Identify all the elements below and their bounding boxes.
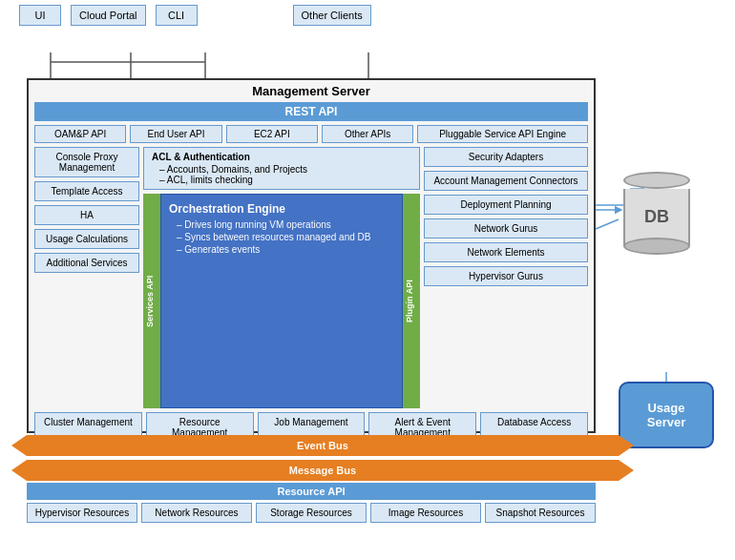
db-cylinder: DB <box>623 172 690 255</box>
db-container: DB <box>619 172 695 255</box>
ec2-api: EC2 API <box>226 125 318 143</box>
orch-bullet-3: – Generates events <box>169 244 394 255</box>
middle-section: ACL & Authentication – Accounts, Domains… <box>143 147 420 408</box>
message-bus-arrow: Message Bus <box>27 460 619 481</box>
event-bus-arrow: Event Bus <box>27 435 619 456</box>
network-resources-box: Network Resources <box>141 503 252 523</box>
acl-bullet-2: – ACL, limits checking <box>152 175 411 185</box>
pluggable-api: Pluggable Service API Engine <box>417 125 588 143</box>
orch-bullet-1: – Drives long running VM operations <box>169 219 394 230</box>
orch-bullet-2: – Syncs between resources managed and DB <box>169 232 394 242</box>
orchestration-area: Services API Orchestration Engine – Driv… <box>143 194 420 408</box>
orchestration-title: Orchestration Engine <box>169 202 394 216</box>
db-label: DB <box>644 207 669 227</box>
account-mgmt-box: Account Management Connectors <box>424 171 588 191</box>
acl-title: ACL & Authentication <box>152 152 411 162</box>
api-row: OAM&P API End User API EC2 API Other API… <box>34 125 588 143</box>
hypervisor-resources-box: Hypervisor Resources <box>27 503 137 523</box>
db-cylinder-top <box>623 172 690 189</box>
mgmt-server-title: Management Server <box>29 80 594 100</box>
image-resources-box: Image Resources <box>370 503 481 523</box>
cli-label: CLI <box>168 10 184 21</box>
other-clients: Other Clients <box>293 5 371 26</box>
resource-row: Hypervisor Resources Network Resources S… <box>27 503 596 523</box>
security-adapters-box: Security Adapters <box>424 147 588 167</box>
diagram: UI Cloud Portal CLI Other Clients Manage… <box>0 0 735 560</box>
ui-client: UI <box>19 5 61 26</box>
bus-section: Event Bus Message Bus <box>27 435 619 481</box>
network-elements-box: Network Elements <box>424 242 588 262</box>
snapshot-resources-box: Snapshot Resources <box>485 503 596 523</box>
main-content: Console Proxy Management Template Access… <box>34 147 588 408</box>
right-column: Security Adapters Account Management Con… <box>424 147 588 408</box>
ui-label: UI <box>35 10 46 21</box>
right-client: Other Clients <box>293 5 371 26</box>
cli-client: CLI <box>156 5 198 26</box>
additional-services-box: Additional Services <box>34 253 139 273</box>
hypervisor-gurus-box: Hypervisor Gurus <box>424 266 588 286</box>
db-cylinder-bottom <box>623 238 690 255</box>
management-server: Management Server REST API OAM&P API End… <box>27 78 596 433</box>
event-bus-label: Event Bus <box>27 435 619 456</box>
top-clients-area: UI Cloud Portal CLI Other Clients <box>19 5 371 26</box>
deployment-planning-box: Deployment Planning <box>424 195 588 215</box>
other-apis: Other APIs <box>322 125 413 143</box>
left-column: Console Proxy Management Template Access… <box>34 147 139 408</box>
end-user-api: End User API <box>130 125 221 143</box>
acl-area: ACL & Authentication – Accounts, Domains… <box>143 147 420 190</box>
acl-box: ACL & Authentication – Accounts, Domains… <box>143 147 420 190</box>
resource-api-bar: Resource API <box>27 483 596 500</box>
rest-api-bar: REST API <box>34 102 588 121</box>
cloud-portal-client: Cloud Portal <box>71 5 146 26</box>
network-gurus-box: Network Gurus <box>424 218 588 239</box>
resource-api-section: Resource API Hypervisor Resources Networ… <box>27 483 596 523</box>
cloud-portal-label: Cloud Portal <box>79 10 137 21</box>
storage-resources-box: Storage Resources <box>256 503 367 523</box>
usage-calculations-box: Usage Calculations <box>34 229 139 249</box>
message-bus-label: Message Bus <box>27 460 619 481</box>
plugin-api-label: Plugin API <box>403 194 420 408</box>
usage-server-label: Usage Server <box>628 401 704 429</box>
console-proxy-box: Console Proxy Management <box>34 147 139 177</box>
acl-bullet-1: – Accounts, Domains, and Projects <box>152 164 411 175</box>
orchestration-box: Orchestration Engine – Drives long runni… <box>160 194 403 408</box>
other-clients-label: Other Clients <box>302 10 363 21</box>
services-api-label: Services API <box>143 194 160 408</box>
template-access-box: Template Access <box>34 181 139 201</box>
ha-box: HA <box>34 205 139 225</box>
svg-line-6 <box>596 219 619 229</box>
oamp-api: OAM&P API <box>34 125 126 143</box>
left-clients: UI Cloud Portal CLI <box>19 5 198 26</box>
